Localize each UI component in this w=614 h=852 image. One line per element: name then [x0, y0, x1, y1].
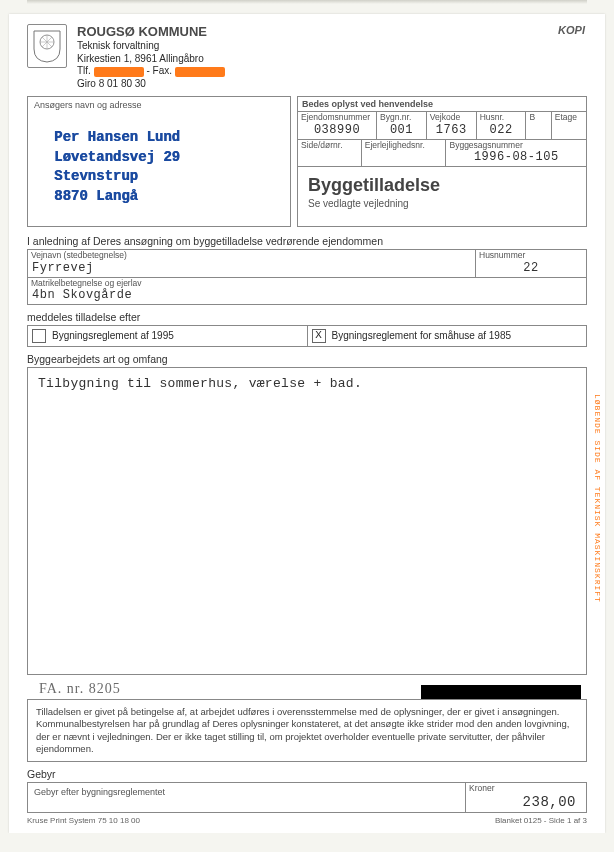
case-info-col: Bedes oplyst ved henvendelse Ejendomsnum… [297, 96, 587, 227]
applicant-label: Ansøgers navn og adresse [34, 100, 284, 110]
reg1985-label: Bygningsreglement for småhuse af 1985 [332, 330, 512, 341]
permit-title: Byggetilladelse [308, 175, 576, 196]
kroner-value: 238,00 [466, 794, 586, 812]
b-value [526, 123, 550, 125]
husnr-label: Husnr. [477, 112, 526, 122]
municipal-crest-icon [27, 24, 67, 68]
copy-stamp: KOPI [558, 24, 585, 36]
inquiry-heading: Bedes oplyst ved henvendelse [297, 96, 587, 111]
fax-label: - Fax. [146, 65, 172, 76]
street-row: Vejnavn (stedbetegnelse) Fyrrevej Husnum… [27, 249, 587, 277]
husnr-value: 022 [477, 123, 526, 139]
ejer-value [362, 150, 446, 152]
vertical-margin-text: LØBENDE SIDE AF TEKNISK MASKINSKRIFT [593, 394, 602, 603]
org-address: Kirkestien 1, 8961 Allingåbro [77, 53, 225, 66]
property-id-row: Ejendomsnummer 038990 Bygn.nr. 001 Vejko… [297, 111, 587, 139]
matrikel-label: Matrikelbetegnelse og ejerlav [28, 278, 586, 288]
ejendom-value: 038990 [298, 123, 376, 139]
bygn-label: Bygn.nr. [377, 112, 426, 122]
letterhead: ROUGSØ KOMMUNE Teknisk forvaltning Kirke… [27, 24, 587, 90]
checkbox-reg1985[interactable]: X [312, 329, 326, 343]
vejnavn-value: Fyrrevej [28, 261, 475, 277]
vejnavn-label: Vejnavn (stedbetegnelse) [28, 250, 475, 260]
redacted-phone [94, 67, 144, 77]
permit-title-box: Byggetilladelse Se vedlagte vejledning [297, 167, 587, 227]
footer-left: Kruse Print System 75 10 18 00 [27, 816, 140, 825]
work-description-text: Tilbygning til sommerhus, værelse + bad. [38, 376, 576, 391]
husnummer-value: 22 [476, 261, 586, 277]
applicant-line4: 8870 Langå [54, 187, 284, 207]
org-name: ROUGSØ KOMMUNE [77, 24, 225, 40]
handwritten-note: FA. nr. 8205 [39, 681, 121, 697]
vejkode-value: 1763 [427, 123, 476, 139]
org-dept: Teknisk forvaltning [77, 40, 225, 53]
vejkode-label: Vejkode [427, 112, 476, 122]
permit-subtitle: Se vedlagte vejledning [308, 198, 576, 209]
b-label: B [526, 112, 550, 122]
redacted-fax [175, 67, 225, 77]
cadastral-row: Matrikelbetegnelse og ejerlav 4bn Skovgå… [27, 278, 587, 305]
sag-value: 1996-08-105 [446, 150, 586, 166]
org-giro: Giro 8 01 80 30 [77, 78, 225, 91]
matrikel-value: 4bn Skovgårde [28, 288, 586, 304]
document-page: KOPI ROUGSØ KOMMUNE Teknisk forvaltning … [9, 14, 605, 833]
sag-label: Byggesagsnummer [446, 140, 586, 150]
property-intro: I anledning af Deres ansøgning om bygget… [27, 235, 587, 247]
applicant-line3: Stevnstrup [54, 167, 284, 187]
ejer-label: Ejerlejlighedsnr. [362, 140, 446, 150]
gebyr-title: Gebyr [27, 768, 587, 780]
case-number-row: Side/dørnr. Ejerlejlighedsnr. Byggesagsn… [297, 140, 587, 167]
org-contact-line: Tlf. - Fax. [77, 65, 225, 78]
kroner-label: Kroner [466, 783, 586, 793]
etage-label: Etage [552, 112, 586, 122]
redacted-bar [421, 685, 581, 699]
footer-row: Kruse Print System 75 10 18 00 Blanket 0… [27, 816, 587, 825]
footer-right: Blanket 0125 - Side 1 af 3 [495, 816, 587, 825]
regulation-row: Bygningsreglement af 1995 X Bygningsregl… [27, 325, 587, 347]
reg1995-label: Bygningsreglement af 1995 [52, 330, 174, 341]
etage-value [552, 123, 586, 125]
gebyr-row: Gebyr efter bygningsreglementet Kroner 2… [27, 782, 587, 812]
work-description-box: Tilbygning til sommerhus, værelse + bad. [27, 367, 587, 675]
applicant-box: Ansøgers navn og adresse Per Hansen Lund… [27, 96, 291, 227]
work-title: Byggearbejdets art og omfang [27, 353, 587, 365]
side-label: Side/dørnr. [298, 140, 361, 150]
applicant-line2: Løvetandsvej 29 [54, 148, 284, 168]
applicant-line1: Per Hansen Lund [54, 128, 284, 148]
checkbox-reg1995[interactable] [32, 329, 46, 343]
ejendom-label: Ejendomsnummer [298, 112, 376, 122]
husnummer-label: Husnummer [476, 250, 586, 260]
gebyr-line-label: Gebyr efter bygningsreglementet [27, 782, 466, 812]
disclaimer-box: Tilladelsen er givet på betingelse af, a… [27, 699, 587, 762]
tlf-label: Tlf. [77, 65, 91, 76]
applicant-address: Per Hansen Lund Løvetandsvej 29 Stevnstr… [54, 128, 284, 206]
org-block: ROUGSØ KOMMUNE Teknisk forvaltning Kirke… [77, 24, 225, 90]
grant-after-line: meddeles tilladelse efter [27, 311, 587, 323]
bygn-value: 001 [377, 123, 426, 139]
side-value [298, 150, 361, 152]
